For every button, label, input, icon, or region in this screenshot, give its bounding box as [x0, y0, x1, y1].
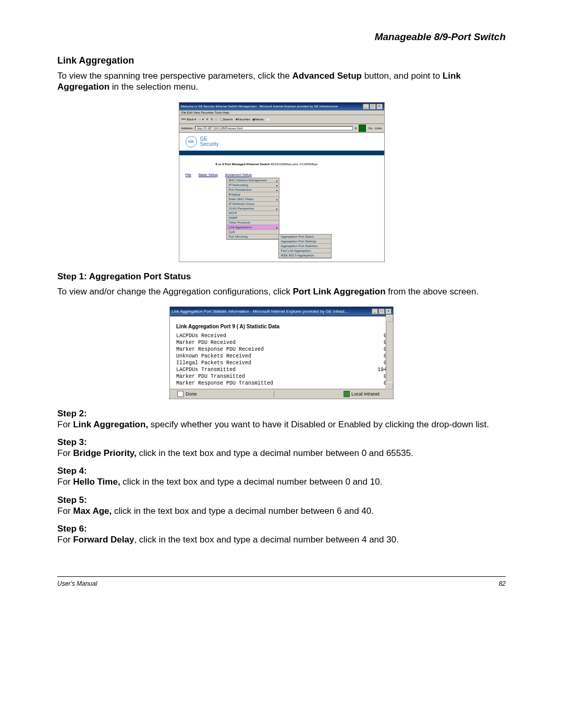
ie-statusbar: Done Local intranet — [170, 389, 393, 399]
step1-text: To view and/or change the Aggregation co… — [57, 287, 293, 297]
forward-button[interactable]: → ▾ — [198, 117, 204, 121]
go-label[interactable]: Go — [368, 127, 372, 130]
intranet-icon — [344, 391, 350, 397]
window-controls[interactable]: _ □ × — [372, 309, 391, 314]
step-heading: Step 2: — [57, 409, 506, 419]
favorites-button[interactable]: ★Favorites — [235, 117, 251, 121]
advanced-setup-dropdown: MAC Address Management▸IP Networking▸Por… — [226, 178, 279, 240]
menu-item[interactable]: Port Perspective▸ — [227, 188, 279, 192]
tab-basic-setup[interactable]: Basic Setup — [199, 173, 218, 177]
refresh-icon[interactable]: ↻ — [211, 117, 213, 121]
search-button[interactable]: 🔍Search — [219, 117, 232, 121]
window-controls[interactable]: _ □ × — [363, 104, 383, 109]
stats-heading: Link Aggregation Port 9 ( A) Statistic D… — [176, 324, 387, 329]
step-heading: Step 3: — [57, 437, 506, 448]
stat-value: 0 — [353, 339, 389, 346]
maximize-icon[interactable]: □ — [378, 309, 385, 314]
minimize-icon[interactable]: _ — [363, 104, 369, 109]
menu-item[interactable]: MAC Address Management▸ — [227, 178, 279, 183]
address-input[interactable]: http://3.187.104.128/Frames.html — [195, 126, 353, 130]
table-row: Marker Response PDU Received0 — [174, 346, 389, 353]
step-body: For Max Age, click in the text box and t… — [57, 505, 506, 516]
brand-line-1: GE — [200, 137, 219, 142]
step-body: For Forward Delay, click in the text box… — [57, 534, 506, 545]
menu-item[interactable]: Link Aggregation▸ — [227, 225, 279, 230]
back-button[interactable]: ⟵ Back ▾ — [181, 117, 197, 121]
screenshot-advanced-setup-menu: Welcome to GE Security Ethernet Switch M… — [179, 102, 385, 262]
intro-text: To view the spanning tree perspective pa… — [57, 71, 292, 81]
intro-text: in the selection menu. — [109, 82, 198, 92]
submenu-item[interactable]: IEEE 802.3 Aggregation — [279, 253, 331, 258]
tab-file[interactable]: File — [186, 173, 191, 177]
window-titlebar: Link Aggregation Port Statistic Informat… — [170, 307, 393, 316]
media-button[interactable]: ◉Media — [252, 117, 263, 121]
scroll-down-icon[interactable] — [386, 382, 393, 389]
submenu-arrow-icon: ▸ — [276, 207, 278, 211]
ie-toolbar[interactable]: ⟵ Back ▾ → ▾ ✕ ↻ ⌂ 🔍Search ★Favorites ◉M… — [179, 115, 384, 124]
resize-grip[interactable] — [386, 389, 393, 399]
tab-advanced-setup[interactable]: Advanced Setup — [225, 173, 252, 177]
ge-logo-icon: GE — [186, 136, 197, 147]
window-title-text: Welcome to GE Security Ethernet Switch M… — [181, 105, 338, 108]
stat-value: 0 — [353, 332, 389, 339]
go-icon[interactable] — [359, 125, 366, 132]
menu-item[interactable]: VLAN Perspective▸ — [227, 206, 279, 211]
close-icon[interactable]: × — [376, 104, 383, 109]
scrollbar[interactable] — [386, 315, 393, 389]
stat-label: Marker PDU Received — [174, 339, 353, 346]
submenu-arrow-icon: ▸ — [276, 198, 278, 201]
table-row: LACPDUs Received0 — [174, 332, 389, 339]
submenu-item[interactable]: Fast Link Aggregation — [279, 249, 331, 253]
stat-label: Marker Response PDU Transmitted — [174, 380, 353, 387]
menu-item[interactable]: Port Mirroring — [227, 235, 279, 239]
scroll-up-icon[interactable] — [386, 315, 393, 322]
page-footer: User's Manual 82 — [57, 576, 506, 587]
ie-menubar[interactable]: File Edit View Favorites Tools Help — [179, 110, 384, 115]
menu-item[interactable]: IP Networking▸ — [227, 183, 279, 188]
submenu-item[interactable]: Aggregation Port Status — [279, 235, 331, 239]
table-row: Marker PDU Received0 — [174, 339, 389, 346]
menu-item[interactable]: Static MAC Filters▸ — [227, 197, 279, 202]
table-row: Marker PDU Transmitted0 — [174, 373, 389, 380]
screenshot-port-statistic: Link Aggregation Port Statistic Informat… — [169, 306, 394, 399]
stat-label: Illegal Packets Received — [174, 360, 353, 366]
maximize-icon[interactable]: □ — [370, 104, 376, 109]
submenu-item[interactable]: Aggregation Port Statistics — [279, 244, 331, 249]
home-icon[interactable]: ⌂ — [215, 118, 217, 121]
step-heading: Step 6: — [57, 524, 506, 534]
menu-item[interactable]: SNMP — [227, 216, 279, 220]
minimize-icon[interactable]: _ — [372, 309, 378, 314]
step-bold-term: Forward Delay — [73, 535, 134, 545]
address-label: Address — [181, 127, 193, 130]
links-label[interactable]: Links — [374, 127, 382, 130]
menu-item[interactable]: RSTP — [227, 211, 279, 216]
stop-icon[interactable]: ✕ — [206, 117, 209, 121]
ie-addressbar: Address http://3.187.104.128/Frames.html… — [179, 124, 384, 133]
step-bold-term: Bridge Priority, — [73, 448, 137, 458]
step-heading: Step 5: — [57, 495, 506, 505]
stat-value: 194 — [353, 366, 389, 373]
step-body: For Link Aggregation, specify whether yo… — [57, 419, 506, 430]
document-icon — [177, 391, 183, 397]
history-icon[interactable]: 🕘 — [266, 117, 270, 121]
menu-item[interactable]: QoS — [227, 230, 279, 235]
stat-value: 0 — [353, 360, 389, 366]
step1-heading: Step 1: Aggregation Port Status — [57, 272, 506, 282]
step-bold-term: Max Age, — [73, 506, 112, 516]
stat-label: Unknown Packets Received — [174, 353, 353, 360]
stat-value: 0 — [353, 353, 389, 360]
step-heading: Step 4: — [57, 466, 506, 476]
menu-item[interactable]: Bridging — [227, 192, 279, 197]
menu-item[interactable]: Other Protocols — [227, 220, 279, 225]
step-body: For Hello Time, click in the text box an… — [57, 476, 506, 487]
table-row: Illegal Packets Received0 — [174, 360, 389, 366]
close-icon[interactable]: × — [385, 309, 391, 314]
table-row: Marker Response PDU Transmitted0 — [174, 380, 389, 387]
stat-label: LACPDUs Received — [174, 332, 353, 339]
menu-item[interactable]: IP Multicast Group — [227, 202, 279, 206]
brand-header: GE GE Security — [179, 133, 384, 151]
window-title-text: Link Aggregation Port Statistic Informat… — [172, 309, 348, 314]
stat-label: LACPDUs Transmitted — [174, 366, 353, 373]
submenu-arrow-icon: ▸ — [276, 179, 278, 182]
submenu-item[interactable]: Aggregation Port Settings — [279, 239, 331, 244]
